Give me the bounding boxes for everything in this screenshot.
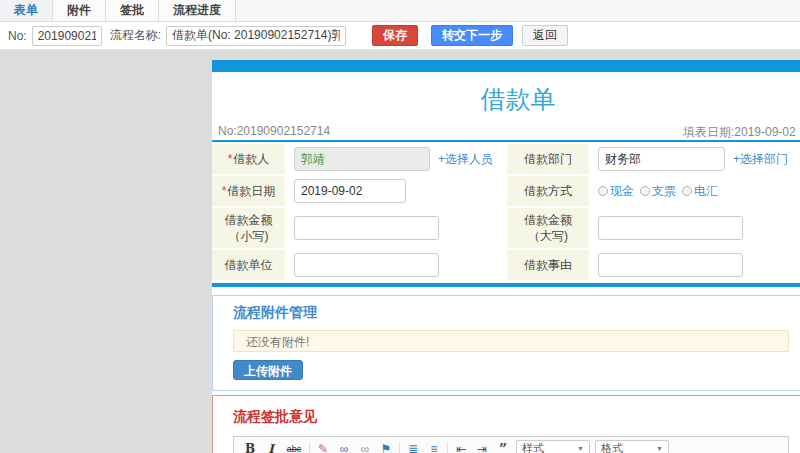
no-label: No:	[8, 29, 27, 43]
loan-form-panel: 借款单 No:20190902152714 填表日期:2019-09-02 15…	[212, 60, 800, 453]
borrow-reason-cell	[592, 250, 800, 280]
department-cell: +选择部门	[592, 144, 800, 174]
borrower-input[interactable]	[294, 147, 430, 171]
upload-attachment-button[interactable]: 上传附件	[233, 360, 303, 380]
toolbar-separator	[399, 442, 400, 453]
borrower-label: *借款人	[212, 144, 285, 174]
no-attachments-alert: 还没有附件!	[233, 330, 789, 352]
outdent-icon[interactable]: ⇤	[453, 442, 469, 453]
radio-circle-icon	[682, 186, 692, 196]
link-icon[interactable]: ∞	[336, 442, 352, 453]
forward-next-step-button[interactable]: 转交下一步	[431, 25, 513, 46]
bold-icon[interactable]: B	[242, 442, 258, 453]
tab-attachments[interactable]: 附件	[53, 0, 106, 21]
chevron-down-icon: ▼	[577, 445, 584, 452]
borrow-method-label: 借款方式	[507, 176, 589, 206]
flow-name-input[interactable]	[166, 26, 346, 46]
select-person-link[interactable]: +选择人员	[438, 151, 493, 168]
form-meta-row: No:20190902152714 填表日期:2019-09-02 15:27:…	[212, 122, 800, 142]
borrow-reason-input[interactable]	[598, 253, 743, 277]
radio-cash[interactable]: 现金	[598, 183, 634, 200]
radio-wire-transfer[interactable]: 电汇	[682, 183, 718, 200]
indent-icon[interactable]: ⇥	[474, 442, 490, 453]
workspace: 借款单 No:20190902152714 填表日期:2019-09-02 15…	[0, 50, 800, 453]
tab-approval[interactable]: 签批	[106, 0, 159, 21]
fill-date-text: 填表日期:2019-09-02 15:27:1	[683, 124, 800, 141]
amount-small-input[interactable]	[294, 216, 439, 240]
radio-circle-icon	[598, 186, 608, 196]
department-input[interactable]	[598, 147, 725, 171]
borrower-cell: +选择人员	[288, 144, 504, 174]
tab-form[interactable]: 表单	[0, 0, 53, 21]
style-select[interactable]: 样式 ▼	[516, 440, 590, 453]
toolbar-separator	[447, 442, 448, 453]
borrow-date-cell	[288, 176, 504, 206]
attachments-section: 流程附件管理 还没有附件! 上传附件	[212, 295, 800, 391]
required-asterisk: *	[222, 183, 227, 199]
borrow-unit-input[interactable]	[294, 253, 439, 277]
amount-small-label: 借款金额（小写)	[212, 208, 285, 248]
strikethrough-icon[interactable]: abc	[284, 444, 304, 453]
rich-text-editor: B I abc ✎ ∞ ∞ ⚑ ≣ ≡ ⇤ ⇥ ”	[233, 436, 789, 453]
borrow-method-cell: 现金 支票 电汇	[592, 176, 800, 206]
flow-name-label: 流程名称:	[110, 27, 161, 44]
borrow-reason-label: 借款事由	[507, 250, 589, 280]
borrow-date-label: *借款日期	[212, 176, 285, 206]
command-bar: No: 流程名称: 保存 转交下一步 返回	[0, 22, 800, 50]
numbered-list-icon[interactable]: ≣	[405, 442, 421, 453]
department-label: 借款部门	[507, 144, 589, 174]
app-window: 表单 附件 签批 流程进度 No: 流程名称: 保存 转交下一步 返回 借款单 …	[0, 0, 800, 453]
amount-big-label: 借款金额（大写)	[507, 208, 589, 248]
borrow-date-input[interactable]	[294, 179, 406, 203]
radio-cheque[interactable]: 支票	[640, 183, 676, 200]
borrow-unit-cell	[288, 250, 504, 280]
required-asterisk: *	[228, 151, 233, 167]
page-title: 借款单	[212, 72, 800, 122]
form-bottom-accent-bar	[212, 283, 800, 287]
approval-comments-heading: 流程签批意见	[233, 408, 789, 426]
blockquote-icon[interactable]: ”	[495, 441, 511, 453]
remove-format-icon[interactable]: ✎	[315, 442, 331, 453]
bulleted-list-icon[interactable]: ≡	[426, 442, 442, 453]
back-button[interactable]: 返回	[522, 25, 568, 46]
amount-big-input[interactable]	[598, 216, 743, 240]
attachments-heading: 流程附件管理	[233, 304, 789, 322]
panel-accent-bar	[212, 60, 800, 72]
amount-small-cell	[288, 208, 504, 248]
amount-big-cell	[592, 208, 800, 248]
unlink-icon[interactable]: ∞	[357, 442, 373, 453]
tab-progress[interactable]: 流程进度	[159, 0, 236, 21]
loan-form-grid: *借款人 +选择人员 借款部门 +选择部门 *借款日期 借款方式	[212, 144, 800, 280]
borrow-method-radio-group: 现金 支票 电汇	[598, 183, 724, 200]
save-button[interactable]: 保存	[372, 25, 418, 46]
top-tab-bar: 表单 附件 签批 流程进度	[0, 0, 800, 22]
editor-toolbar: B I abc ✎ ∞ ∞ ⚑ ≣ ≡ ⇤ ⇥ ”	[234, 437, 788, 453]
approval-comments-section: 流程签批意见 B I abc ✎ ∞ ∞ ⚑ ≣ ≡	[212, 395, 800, 453]
borrow-unit-label: 借款单位	[212, 250, 285, 280]
form-no-text: No:20190902152714	[218, 124, 330, 138]
format-select[interactable]: 格式 ▼	[595, 440, 669, 453]
toolbar-separator	[309, 442, 310, 453]
radio-circle-icon	[640, 186, 650, 196]
italic-icon[interactable]: I	[263, 442, 279, 453]
chevron-down-icon: ▼	[656, 445, 663, 452]
no-input[interactable]	[32, 26, 102, 46]
select-department-link[interactable]: +选择部门	[733, 151, 788, 168]
anchor-flag-icon[interactable]: ⚑	[378, 442, 394, 453]
